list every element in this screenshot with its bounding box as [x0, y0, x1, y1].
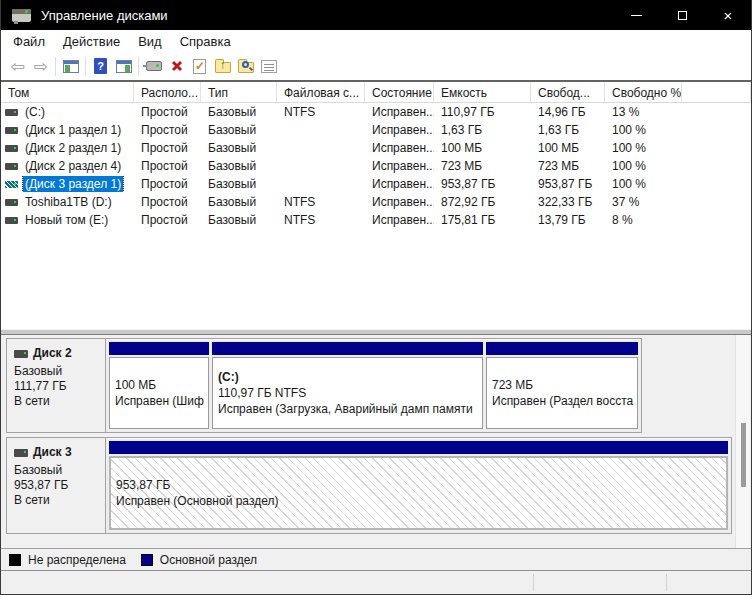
table-row[interactable]: (Диск 1 раздел 1) Простой Базовый Исправ…: [1, 121, 751, 139]
disk-status: В сети: [14, 394, 105, 409]
scrollbar-thumb[interactable]: [741, 423, 746, 487]
partition-recovery[interactable]: 723 МБ Исправен (Раздел восста: [486, 342, 638, 429]
column-free-pct[interactable]: Свободно %: [605, 82, 682, 103]
layout-cell: Простой: [134, 159, 201, 173]
menu-file[interactable]: Файл: [4, 34, 54, 49]
fs-cell: NTFS: [277, 105, 365, 119]
partition-size: 100 МБ: [115, 377, 208, 393]
folder-search-icon: [238, 62, 254, 73]
table-row[interactable]: (Диск 2 раздел 1) Простой Базовый Исправ…: [1, 139, 751, 157]
volume-name: (Диск 2 раздел 1): [23, 140, 123, 156]
show-console-tree-button[interactable]: [59, 55, 82, 78]
legend-bar: Не распределена Основной раздел: [1, 548, 751, 571]
device-icon: [146, 61, 162, 71]
properties-button[interactable]: [257, 55, 280, 78]
layout-cell: Простой: [134, 105, 201, 119]
status-cell: Исправен...: [365, 105, 434, 119]
status-cell: Исправен...: [365, 213, 434, 227]
layout-cell: Простой: [134, 213, 201, 227]
primary-partition-swatch: [141, 554, 153, 566]
volume-name: (Диск 2 раздел 4): [23, 158, 123, 174]
table-row[interactable]: Toshiba1TB (D:) Простой Базовый NTFS Исп…: [1, 193, 751, 211]
table-row-selected[interactable]: (Диск 3 раздел 1) Простой Базовый Исправ…: [1, 175, 751, 193]
graphical-view: Диск 2 Базовый 111,77 ГБ В сети 100 МБ И…: [1, 335, 751, 548]
free-cell: 322,33 ГБ: [531, 195, 605, 209]
partition-status: Исправен (Шиф: [115, 393, 208, 409]
fs-cell: NTFS: [277, 213, 365, 227]
hdd-icon: [5, 109, 18, 116]
legend-label: Основной раздел: [160, 553, 257, 567]
column-status[interactable]: Состояние: [365, 82, 434, 103]
forward-button[interactable]: ⇨: [29, 55, 52, 78]
maximize-icon: [678, 11, 687, 20]
legend-item: Основной раздел: [141, 553, 257, 567]
column-layout[interactable]: Располо...: [134, 82, 201, 103]
open-folder-button[interactable]: ↑: [211, 55, 234, 78]
forward-icon: ⇨: [33, 58, 47, 75]
layout-cell: Простой: [134, 177, 201, 191]
column-volume[interactable]: Том: [1, 82, 134, 103]
show-action-pane-icon: [116, 60, 132, 73]
close-button[interactable]: ×: [705, 0, 751, 30]
table-row[interactable]: Новый том (E:) Простой Базовый NTFS Испр…: [1, 211, 751, 229]
column-empty: [682, 82, 751, 103]
menu-view[interactable]: Вид: [129, 34, 171, 49]
column-filesystem[interactable]: Файловая с...: [277, 82, 365, 103]
menu-action[interactable]: Действие: [54, 34, 129, 49]
volume-list: Том Располо... Тип Файловая с... Состоян…: [1, 80, 751, 329]
maximize-button[interactable]: [659, 0, 705, 30]
statusbar-separator: [533, 574, 534, 591]
explore-folder-button[interactable]: [234, 55, 257, 78]
legend-item: Не распределена: [9, 553, 126, 567]
free-pct-cell: 37 %: [605, 195, 682, 209]
status-cell: Исправен...: [365, 123, 434, 137]
unallocated-swatch: [9, 554, 21, 566]
free-cell: 13,79 ГБ: [531, 213, 605, 227]
close-icon: ×: [724, 8, 733, 23]
column-free[interactable]: Свобод...: [531, 82, 605, 103]
partition-efi[interactable]: 100 МБ Исправен (Шиф: [109, 342, 209, 429]
volume-list-header: Том Располо... Тип Файловая с... Состоян…: [1, 82, 751, 103]
capacity-cell: 110,97 ГБ: [434, 105, 531, 119]
volume-name: (Диск 1 раздел 1): [23, 122, 123, 138]
table-row[interactable]: (C:) Простой Базовый NTFS Исправен... 11…: [1, 103, 751, 121]
layout-cell: Простой: [134, 123, 201, 137]
type-cell: Базовый: [201, 105, 277, 119]
capacity-cell: 100 МБ: [434, 141, 531, 155]
table-row[interactable]: (Диск 2 раздел 4) Простой Базовый Исправ…: [1, 157, 751, 175]
mark-partition-button[interactable]: [188, 55, 211, 78]
free-cell: 953,87 ГБ: [531, 177, 605, 191]
free-pct-cell: 8 %: [605, 213, 682, 227]
vertical-scrollbar[interactable]: [735, 335, 750, 548]
disk-size: 953,87 ГБ: [14, 478, 105, 493]
disk-name: Диск 3: [33, 445, 72, 460]
device-button[interactable]: [142, 55, 165, 78]
column-capacity[interactable]: Емкость: [434, 82, 531, 103]
show-action-pane-button[interactable]: [112, 55, 135, 78]
folder-up-icon: ↑: [215, 62, 231, 73]
disk-2-label[interactable]: Диск 2 Базовый 111,77 ГБ В сети: [7, 339, 106, 432]
partition-disk3-selected[interactable]: 953,87 ГБ Исправен (Основной раздел): [109, 441, 728, 530]
help-button[interactable]: ?: [89, 55, 112, 78]
free-pct-cell: 100 %: [605, 177, 682, 191]
status-cell: Исправен...: [365, 159, 434, 173]
toolbar-separator: [55, 57, 56, 76]
partition-status: Исправен (Основной раздел): [116, 493, 726, 509]
status-bar: [1, 571, 751, 594]
back-button[interactable]: ⇦: [6, 55, 29, 78]
partition-status: Исправен (Раздел восста: [492, 393, 637, 409]
hdd-icon: [5, 217, 18, 224]
minimize-button[interactable]: [613, 0, 659, 30]
window-title: Управление дисками: [41, 8, 168, 23]
disk-type: Базовый: [14, 364, 105, 379]
legend-label: Не распределена: [28, 553, 126, 567]
partition-c[interactable]: (C:) 110,97 ГБ NTFS Исправен (Загрузка, …: [212, 342, 483, 429]
hdd-icon: [5, 163, 18, 170]
capacity-cell: 1,63 ГБ: [434, 123, 531, 137]
menu-help[interactable]: Справка: [171, 34, 240, 49]
column-type[interactable]: Тип: [201, 82, 277, 103]
disk-3-label[interactable]: Диск 3 Базовый 953,87 ГБ В сети: [7, 438, 106, 533]
fs-cell: NTFS: [277, 195, 365, 209]
delete-volume-button[interactable]: [165, 55, 188, 78]
hdd-icon: [5, 199, 18, 206]
